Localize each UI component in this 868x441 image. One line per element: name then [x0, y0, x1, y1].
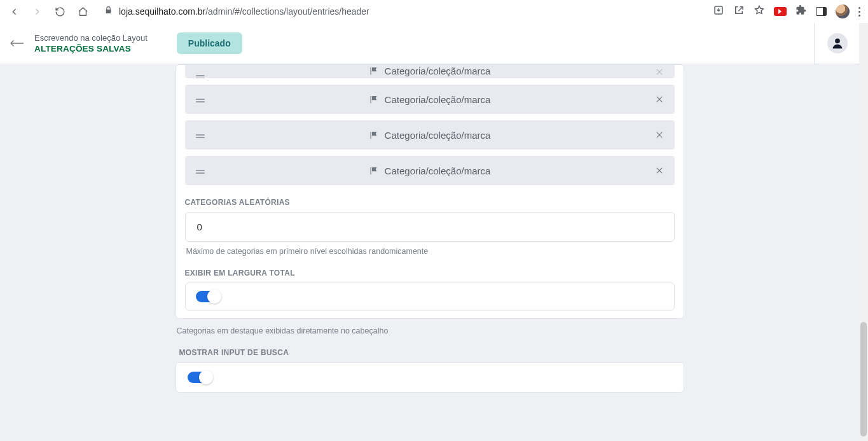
chrome-menu-button[interactable] — [858, 7, 860, 17]
svg-point-1 — [835, 38, 840, 43]
status-pill[interactable]: Publicado — [177, 32, 242, 54]
drag-handle-icon[interactable] — [193, 99, 208, 100]
remove-row-button[interactable] — [652, 95, 667, 104]
list-item[interactable]: Categoria/coleção/marca — [185, 120, 675, 150]
flag-icon — [369, 95, 378, 104]
featured-categories-hint: Categorias em destaque exibidas diretame… — [177, 326, 684, 335]
scrollbar-thumb[interactable] — [860, 322, 867, 437]
window-scrollbar[interactable] — [859, 23, 868, 441]
remove-row-button[interactable] — [652, 67, 667, 76]
url-path: /admin/#/collections/layout/entries/head… — [205, 6, 369, 17]
content-area: Categoria/coleção/marca Categoria/co — [0, 64, 859, 441]
profile-avatar[interactable] — [836, 4, 850, 18]
list-item-label: Categoria/coleção/marca — [385, 130, 491, 141]
user-avatar-button[interactable] — [827, 33, 848, 53]
drag-handle-icon[interactable] — [193, 75, 208, 76]
list-item[interactable]: Categoria/coleção/marca — [185, 65, 675, 78]
full-width-widget — [185, 283, 675, 311]
toolbar-center: Publicado — [177, 32, 242, 54]
toolbar-divider — [814, 23, 815, 64]
list-item-label: Categoria/coleção/marca — [385, 66, 491, 76]
url-text: loja.sequilhato.com.br/admin/#/collectio… — [119, 6, 369, 17]
extensions-icon[interactable] — [796, 4, 807, 18]
chrome-right-icons — [713, 4, 863, 18]
breadcrumb-line1: Escrevendo na coleção Layout — [34, 33, 148, 43]
list-item-label: Categoria/coleção/marca — [385, 94, 491, 105]
breadcrumb-status: ALTERAÇÕES SALVAS — [34, 44, 148, 53]
app-viewport: Escrevendo na coleção Layout ALTERAÇÕES … — [0, 23, 859, 441]
show-search-toggle[interactable] — [188, 372, 212, 383]
toolbar-right — [814, 23, 859, 64]
category-rows: Categoria/coleção/marca Categoria/co — [185, 65, 675, 185]
flag-icon — [369, 166, 378, 176]
form-column: Categoria/coleção/marca Categoria/co — [176, 64, 684, 418]
remove-row-button[interactable] — [652, 130, 667, 139]
cms-back-button[interactable] — [0, 39, 34, 47]
nav-back-button[interactable] — [5, 3, 23, 20]
share-icon[interactable] — [733, 4, 745, 18]
show-search-label: MOSTRAR INPUT DE BUSCA — [179, 348, 684, 357]
random-categories-hint: Máximo de categorias em primeiro nível e… — [186, 247, 675, 256]
drag-handle-icon[interactable] — [193, 170, 208, 171]
random-categories-label: CATEGORIAS ALEATÓRIAS — [185, 198, 675, 207]
full-width-toggle[interactable] — [196, 291, 220, 302]
install-icon[interactable] — [713, 4, 724, 18]
featured-categories-card: Categoria/coleção/marca Categoria/co — [176, 64, 684, 319]
cms-toolbar: Escrevendo na coleção Layout ALTERAÇÕES … — [0, 23, 859, 64]
youtube-ext-icon[interactable] — [774, 7, 787, 16]
browser-chrome: loja.sequilhato.com.br/admin/#/collectio… — [0, 0, 868, 24]
random-categories-value: 0 — [197, 221, 202, 232]
full-width-label: EXIBIR EM LARGURA TOTAL — [185, 269, 675, 277]
remove-row-button[interactable] — [652, 166, 667, 175]
list-item[interactable]: Categoria/coleção/marca — [185, 156, 675, 185]
star-icon[interactable] — [754, 4, 765, 18]
url-host: loja.sequilhato.com.br — [119, 6, 205, 17]
nav-forward-button[interactable] — [28, 3, 46, 20]
url-bar[interactable]: loja.sequilhato.com.br/admin/#/collectio… — [97, 6, 708, 17]
list-item[interactable]: Categoria/coleção/marca — [185, 85, 675, 114]
drag-handle-icon[interactable] — [193, 134, 208, 136]
side-panel-icon[interactable] — [816, 7, 827, 16]
breadcrumb: Escrevendo na coleção Layout ALTERAÇÕES … — [34, 33, 148, 53]
nav-home-button[interactable] — [74, 3, 92, 20]
nav-reload-button[interactable] — [51, 3, 69, 20]
show-search-widget — [176, 362, 684, 393]
random-categories-input[interactable]: 0 — [185, 212, 675, 242]
lock-icon — [104, 6, 113, 17]
flag-icon — [369, 130, 378, 140]
flag-icon — [369, 66, 378, 76]
list-item-label: Categoria/coleção/marca — [385, 165, 491, 176]
